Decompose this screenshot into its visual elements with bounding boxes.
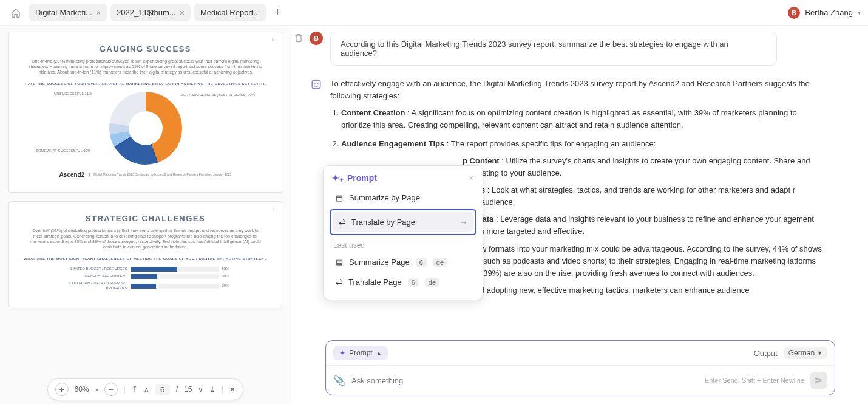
page-icon: ▤ (336, 258, 343, 267)
tab-bar: Digital-Marketi...× 2022_11$thum...× Med… (29, 4, 286, 21)
chevron-up-icon: ▲ (376, 350, 382, 356)
page-title: STRATEGIC CHALLENGES (22, 214, 268, 224)
home-icon[interactable] (7, 4, 24, 21)
chevron-down-icon: ▼ (817, 350, 822, 356)
prompt-translate-page[interactable]: ⇄ Translate Page 6 de (330, 272, 476, 292)
page-total: 15 (184, 385, 192, 394)
bar-chart: LIMITED BUDGET / RESOURCES53% GENERATING… (55, 267, 237, 291)
zoom-in-button[interactable]: + (55, 383, 69, 396)
trash-icon[interactable] (294, 33, 303, 45)
tab-2[interactable]: 2022_11$thum...× (110, 4, 191, 21)
prompt-chip[interactable]: ✦ Prompt ▲ (333, 346, 388, 360)
page-input[interactable] (155, 384, 170, 395)
tab-3[interactable]: Medical Report... (194, 4, 266, 21)
user-message: According to this Digital Marketing Tren… (330, 32, 777, 66)
pie-chart: UNSUCCESSFUL 11% VERY SUCCESSFUL (BEST-I… (22, 92, 268, 165)
next-page-icon[interactable]: ∨ (198, 385, 203, 394)
svg-point-1 (314, 83, 316, 84)
translate-icon: ⇄ (336, 278, 342, 287)
add-tab-button[interactable]: + (270, 4, 286, 21)
attach-icon[interactable]: 📎 (333, 375, 345, 386)
user-menu-caret-icon[interactable]: ▾ (858, 9, 861, 16)
close-icon[interactable]: × (180, 8, 185, 18)
username: Bertha Zhang (805, 8, 853, 17)
prompt-summarize-by-page[interactable]: ▤ Summarize by Page (330, 188, 476, 208)
zoom-out-button[interactable]: − (104, 383, 118, 396)
prompt-summarize-page[interactable]: ▤ Summarize Page 6 de (330, 252, 476, 272)
arrow-right-icon: → (459, 217, 467, 227)
first-page-icon[interactable]: ⤒ (132, 385, 138, 394)
prompt-translate-by-page[interactable]: ⇄ Translate by Page → (333, 212, 473, 232)
close-toolbar-icon[interactable]: ✕ (229, 385, 236, 394)
output-label: Output (754, 349, 778, 358)
avatar: B (310, 32, 323, 45)
ask-input[interactable] (351, 376, 699, 385)
prompt-title: Prompt (347, 173, 377, 183)
doc-page-7[interactable]: 7 STRATEGIC CHALLENGES Over half (53%) o… (8, 201, 282, 307)
sparkle-icon: ✦ (339, 349, 345, 357)
doc-toolbar: + 60%▾ − | ⤒ ∧ / 15 ∨ ⤓ | ✕ (47, 378, 244, 400)
page-icon: ▤ (336, 193, 343, 202)
language-select[interactable]: German ▼ (784, 347, 827, 359)
tab-1[interactable]: Digital-Marketi...× (29, 4, 107, 21)
input-hint: Enter Send; Shift + Enter Newline (705, 377, 804, 384)
topbar: Digital-Marketi...× 2022_11$thum...× Med… (0, 0, 868, 26)
prompt-popup: ✦₊ Prompt × ▤ Summarize by Page ⇄ Transl… (323, 165, 483, 300)
last-page-icon[interactable]: ⤓ (209, 385, 215, 394)
sparkle-icon: ✦₊ (332, 173, 344, 183)
ai-avatar-icon (310, 78, 323, 91)
svg-point-2 (317, 83, 318, 84)
send-button[interactable] (810, 372, 827, 389)
last-used-label: Last used (330, 236, 476, 252)
prev-page-icon[interactable]: ∧ (144, 385, 149, 394)
avatar[interactable]: B (788, 7, 800, 19)
translate-icon: ⇄ (339, 217, 345, 227)
doc-page-6[interactable]: 6 GAUGING SUCCESS One-in-five (20%) mark… (8, 32, 282, 193)
zoom-level[interactable]: 60% (75, 385, 89, 394)
page-title: GAUGING SUCCESS (22, 44, 268, 55)
close-icon[interactable]: × (96, 8, 101, 18)
composer: ✦ Prompt ▲ Output German ▼ 📎 Enter Send;… (325, 340, 835, 395)
close-icon[interactable]: × (469, 173, 474, 183)
document-pane: 6 GAUGING SUCCESS One-in-five (20%) mark… (0, 26, 291, 404)
svg-rect-0 (312, 80, 320, 89)
